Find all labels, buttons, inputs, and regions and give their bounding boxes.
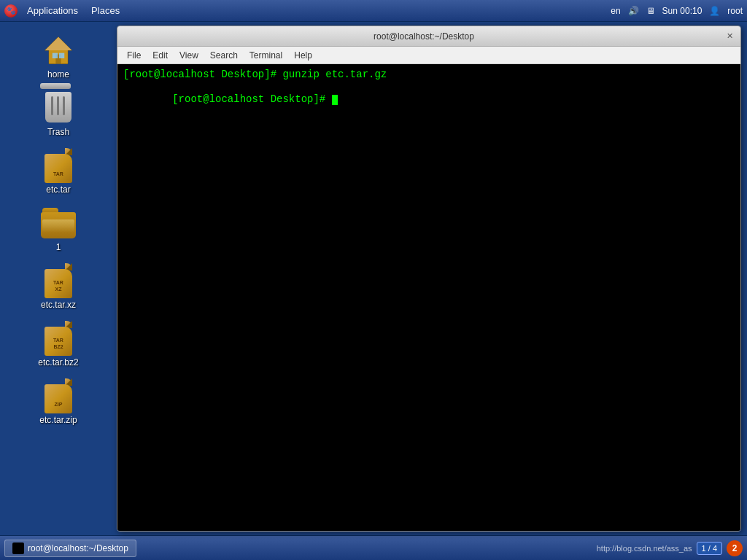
desktop-icon-folder[interactable]: 1 (22, 202, 95, 256)
terminal-menu-terminal[interactable]: Terminal (244, 49, 288, 62)
svg-rect-5 (53, 53, 58, 58)
terminal-menu-view[interactable]: View (174, 49, 204, 62)
sys-lang[interactable]: en (611, 6, 620, 16)
desktop-icon-etc-tar-xz[interactable]: TARXZ etc.tar.xz (22, 260, 95, 314)
sys-info-area: en 🔊 🖥 Sun 00:10 👤 root (611, 6, 743, 16)
folder-icon (41, 208, 76, 238)
sys-user[interactable]: root (727, 6, 743, 16)
sys-display-icon[interactable]: 🖥 (646, 6, 655, 16)
terminal-line-1: [root@localhost Desktop]# gunzip etc.tar… (123, 69, 735, 80)
terminal-title: root@localhost:~/Desktop (123, 31, 724, 42)
etc-tar-bz2-label: etc.tar.bz2 (38, 357, 78, 368)
trash-label: Trash (47, 127, 69, 137)
page-indicator: 1 / 4 (697, 542, 722, 555)
bottom-taskbar: root@localhost:~/Desktop http://blog.csd… (0, 535, 747, 560)
desktop-icon-sidebar: home Trash (0, 22, 117, 535)
etc-tar-zip-label: etc.tar.zip (39, 415, 77, 425)
desktop: home Trash (0, 22, 747, 535)
folder-icon-img (41, 206, 76, 241)
home-label: home (47, 69, 69, 79)
etc-tar-bz2-icon-img: TARBZ2 (41, 321, 76, 356)
desktop-icon-etc-tar-zip[interactable]: ZIP etc.tar.zip (22, 375, 95, 429)
etc-tar-bz2-icon: TARBZ2 (41, 321, 76, 356)
places-menu[interactable]: Places (88, 4, 123, 18)
desktop-icon-etc-tar-bz2[interactable]: TARBZ2 etc.tar.bz2 (22, 317, 95, 371)
etc-tar-xz-icon-img: TARXZ (41, 263, 76, 298)
trash-icon (42, 90, 74, 125)
terminal-titlebar: root@localhost:~/Desktop ✕ (117, 26, 740, 47)
terminal-menubar: File Edit View Search Terminal Help (117, 47, 740, 64)
applications-menu[interactable]: Applications (23, 4, 82, 18)
terminal-window: root@localhost:~/Desktop ✕ File Edit Vie… (117, 26, 741, 532)
terminal-menu-help[interactable]: Help (288, 49, 318, 62)
terminal-menu-file[interactable]: File (121, 49, 147, 62)
etc-tar-zip-icon: ZIP (41, 378, 76, 413)
task-terminal-icon (12, 542, 24, 554)
sys-sound-icon[interactable]: 🔊 (628, 6, 639, 16)
etc-tar-xz-icon: TARXZ (41, 263, 76, 298)
desktop-icon-trash[interactable]: Trash (22, 87, 95, 141)
notification-badge[interactable]: 2 (727, 540, 743, 556)
terminal-line-2: [root@localhost Desktop]# (123, 82, 735, 117)
distro-icon: 🐾 (4, 4, 18, 18)
terminal-prompt-2: [root@localhost Desktop]# (172, 93, 331, 105)
desktop-icon-etc-tar[interactable]: TAR etc.tar (22, 144, 95, 198)
url-text: http://blog.csdn.net/ass_as (597, 544, 692, 553)
terminal-close-button[interactable]: ✕ (724, 31, 735, 42)
terminal-body[interactable]: [root@localhost Desktop]# gunzip etc.tar… (117, 64, 740, 531)
sys-user-icon: 👤 (709, 6, 720, 16)
etc-tar-icon-img: TAR (41, 148, 76, 183)
etc-tar-zip-icon-img: ZIP (41, 378, 76, 413)
terminal-menu-search[interactable]: Search (204, 49, 244, 62)
terminal-menu-edit[interactable]: Edit (147, 49, 174, 62)
svg-marker-3 (45, 37, 72, 50)
home-icon-img (41, 33, 76, 68)
etc-tar-xz-label: etc.tar.xz (41, 300, 76, 310)
terminal-cursor (332, 95, 338, 105)
sys-time: Sun 00:10 (662, 6, 703, 16)
home-icon (42, 34, 74, 66)
folder-label: 1 (56, 242, 61, 252)
trash-icon-img (41, 90, 76, 125)
active-task-button[interactable]: root@localhost:~/Desktop (4, 540, 136, 557)
svg-rect-6 (59, 53, 64, 58)
etc-tar-label: etc.tar (46, 184, 70, 195)
etc-tar-icon: TAR (41, 148, 76, 183)
top-taskbar: 🐾 Applications Places en 🔊 🖥 Sun 00:10 👤… (0, 0, 747, 22)
desktop-icon-home[interactable]: home (22, 29, 95, 83)
task-label: root@localhost:~/Desktop (28, 543, 128, 553)
